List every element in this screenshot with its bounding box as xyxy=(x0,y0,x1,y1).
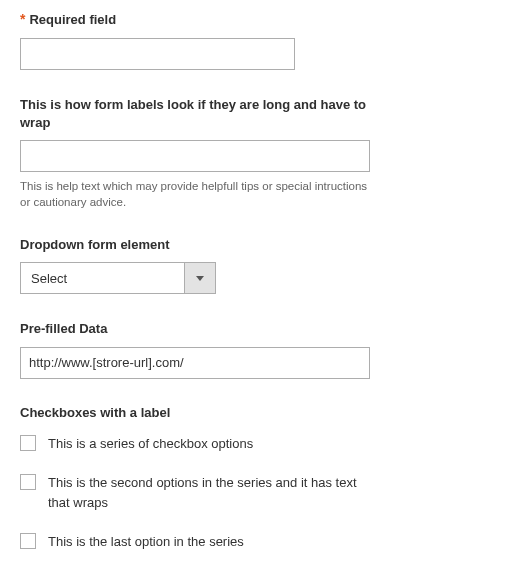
dropdown-field: Dropdown form element Select xyxy=(20,236,509,294)
prefilled-field-input[interactable] xyxy=(20,347,370,379)
prefilled-field: Pre-filled Data xyxy=(20,320,509,378)
long-label-field: This is how form labels look if they are… xyxy=(20,96,509,211)
checkbox-input[interactable] xyxy=(20,533,36,549)
checkbox-row: This is a series of checkbox options xyxy=(20,434,509,454)
long-label-field-help: This is help text which may provide help… xyxy=(20,178,380,210)
dropdown-selected-value: Select xyxy=(20,262,184,294)
dropdown-toggle-button[interactable] xyxy=(184,262,216,294)
required-asterisk-icon: * xyxy=(20,11,25,27)
checkbox-group-label: Checkboxes with a label xyxy=(20,405,509,420)
long-label-field-label: This is how form labels look if they are… xyxy=(20,96,380,132)
checkbox-label[interactable]: This is the last option in the series xyxy=(48,532,244,552)
checkbox-row: This is the last option in the series xyxy=(20,532,509,552)
required-field-label-text: Required field xyxy=(29,12,116,27)
dropdown-field-label: Dropdown form element xyxy=(20,236,380,254)
checkbox-label[interactable]: This is a series of checkbox options xyxy=(48,434,253,454)
checkbox-group: Checkboxes with a label This is a series… xyxy=(20,405,509,552)
prefilled-field-label: Pre-filled Data xyxy=(20,320,380,338)
checkbox-input[interactable] xyxy=(20,435,36,451)
required-field-label: *Required field xyxy=(20,10,380,30)
required-field-input[interactable] xyxy=(20,38,295,70)
long-label-field-input[interactable] xyxy=(20,140,370,172)
checkbox-row: This is the second options in the series… xyxy=(20,473,509,512)
dropdown-select[interactable]: Select xyxy=(20,262,216,294)
checkbox-label[interactable]: This is the second options in the series… xyxy=(48,473,358,512)
caret-down-icon xyxy=(196,276,204,281)
checkbox-input[interactable] xyxy=(20,474,36,490)
required-field: *Required field xyxy=(20,10,509,70)
